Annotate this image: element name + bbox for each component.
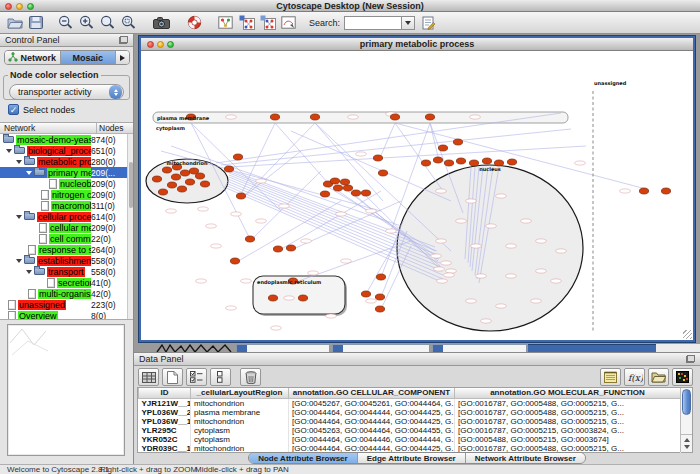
network-node[interactable]: [376, 274, 385, 280]
network-node[interactable]: [230, 258, 239, 264]
network-node[interactable]: [375, 306, 384, 312]
network-tree-row[interactable]: unassigned223(0): [0, 299, 127, 310]
frame-close-button[interactable]: [147, 41, 154, 48]
window-titlebar[interactable]: Cytoscape Desktop (New Session): [0, 0, 700, 12]
tab-edge-attribute-browser[interactable]: Edge Attribute Browser: [358, 453, 466, 463]
network-node[interactable]: [195, 173, 204, 179]
zoom-selected-button[interactable]: [99, 14, 116, 32]
float-panel-icon[interactable]: [686, 355, 695, 363]
network-tree-row[interactable]: primary metabo209(...: [0, 167, 127, 178]
network-node[interactable]: [351, 190, 360, 196]
network-tree-row[interactable]: cellular process614(0): [0, 211, 127, 222]
network-node[interactable]: [224, 166, 233, 172]
frame-minimize-button[interactable]: [157, 41, 164, 48]
notes-button[interactable]: [600, 368, 621, 386]
search-input[interactable]: [344, 16, 402, 30]
network-node[interactable]: [482, 158, 491, 164]
expand-arrow-icon[interactable]: [16, 215, 22, 219]
table-row[interactable]: YKR052Ccytoplasm[GO:0044464, GO:0044446,…: [139, 435, 681, 444]
network-node[interactable]: [361, 291, 370, 297]
network-tree-row[interactable]: macromolecule311(0): [0, 200, 127, 211]
unselect-attributes-button[interactable]: [210, 368, 231, 386]
new-attribute-button[interactable]: [162, 368, 183, 386]
frame-zoom-button[interactable]: [167, 41, 174, 48]
expand-arrow-icon[interactable]: [26, 171, 32, 175]
column-header[interactable]: annotation.GO CELLULAR_COMPONENT: [289, 388, 455, 398]
network-node[interactable]: [298, 295, 307, 301]
tab-mosaic[interactable]: Mosaic: [61, 51, 117, 64]
tab-overflow-button[interactable]: [116, 51, 129, 64]
network-node[interactable]: [456, 158, 465, 164]
search-options-button[interactable]: [420, 14, 437, 32]
node-color-select[interactable]: transporter activity: [9, 84, 124, 100]
network-tree-row[interactable]: mosaic-demo-yeast874(0): [0, 134, 127, 145]
select-nodes-checkbox[interactable]: ✓: [8, 104, 19, 115]
network-tree-row[interactable]: cellular metabol209(0): [0, 222, 127, 233]
network-tree-row[interactable]: secretion41(0): [0, 277, 127, 288]
float-panel-icon[interactable]: [119, 36, 128, 44]
network-tree-row[interactable]: nucleobase-209(0): [0, 178, 127, 189]
network-view-window[interactable]: primary metabolic process plasma membran…: [139, 36, 695, 342]
network-node[interactable]: [378, 170, 387, 176]
column-header[interactable]: annotation.GO MOLECULAR_FUNCTION: [455, 388, 681, 398]
network-node[interactable]: [270, 114, 279, 120]
network-node[interactable]: [453, 139, 462, 145]
network-tree-row[interactable]: biological_process651(0): [0, 145, 127, 156]
open-button[interactable]: [6, 14, 23, 32]
network-tree-row[interactable]: Overview8(0): [0, 310, 127, 319]
attribute-table-button[interactable]: [138, 368, 159, 386]
network-node[interactable]: [361, 190, 370, 196]
tab-node-attribute-browser[interactable]: Node Attribute Browser: [249, 453, 358, 463]
new-network-all-edges-button[interactable]: [238, 14, 255, 32]
network-node[interactable]: [162, 167, 171, 173]
network-node[interactable]: [425, 114, 434, 120]
network-tree-row[interactable]: response to stimulu264(0): [0, 244, 127, 255]
graphics-details-button[interactable]: [217, 14, 234, 32]
network-node[interactable]: [152, 176, 161, 182]
matrix-button[interactable]: [672, 368, 693, 386]
table-row[interactable]: YPL036W__2plasma membrane[GO:0044464, GO…: [139, 408, 681, 417]
expand-arrow-icon[interactable]: [16, 259, 22, 263]
network-node[interactable]: [158, 189, 167, 195]
network-node[interactable]: [433, 157, 442, 163]
scroll-up-icon[interactable]: [684, 438, 690, 442]
network-node[interactable]: [167, 182, 176, 188]
network-tree-row[interactable]: nitrogen compo209(0): [0, 189, 127, 200]
expand-arrow-icon[interactable]: [6, 149, 12, 153]
column-header[interactable]: ID: [139, 388, 191, 398]
network-node[interactable]: [200, 181, 209, 187]
select-attributes-button[interactable]: [186, 368, 207, 386]
network-tree-row[interactable]: establishment of lo558(0): [0, 255, 127, 266]
help-button[interactable]: [186, 14, 203, 32]
network-node[interactable]: [286, 245, 295, 251]
network-overview-panel[interactable]: [7, 324, 125, 456]
resize-grip-icon[interactable]: [683, 330, 692, 339]
zoom-fit-button[interactable]: [120, 14, 137, 32]
network-node[interactable]: [507, 159, 516, 165]
tab-network-attribute-browser[interactable]: Network Attribute Browser: [466, 453, 585, 463]
network-node[interactable]: [320, 191, 329, 197]
network-node[interactable]: [469, 160, 478, 166]
tree-scrollbar-thumb[interactable]: [129, 162, 133, 208]
table-row[interactable]: YLR295Ccytoplasm[GO:0045263, GO:0044464,…: [139, 426, 681, 435]
expand-arrow-icon[interactable]: [16, 160, 22, 164]
network-tree-row[interactable]: multi-organism pro42(0): [0, 288, 127, 299]
tree-scrollbar[interactable]: [127, 134, 133, 319]
network-node[interactable]: [661, 188, 670, 194]
network-node[interactable]: [245, 236, 254, 242]
network-tree-row[interactable]: cell communicati22(0): [0, 233, 127, 244]
network-node[interactable]: [390, 114, 399, 120]
import-attributes-button[interactable]: [648, 368, 669, 386]
network-node[interactable]: [373, 155, 382, 161]
network-tree-row[interactable]: metabolic process280(0): [0, 156, 127, 167]
zoom-out-button[interactable]: [57, 14, 74, 32]
table-scrollbar-thumb[interactable]: [682, 389, 691, 415]
snapshot-button[interactable]: [153, 14, 170, 32]
new-network-selected-edges-button[interactable]: [259, 14, 276, 32]
search-dropdown-button[interactable]: [402, 16, 415, 30]
network-node[interactable]: [375, 294, 384, 300]
tree-column-network[interactable]: Network: [0, 123, 97, 133]
network-node[interactable]: [343, 185, 352, 191]
column-header[interactable]: _cellularLayoutRegion: [191, 388, 289, 398]
formula-button[interactable]: f(x): [624, 368, 645, 386]
